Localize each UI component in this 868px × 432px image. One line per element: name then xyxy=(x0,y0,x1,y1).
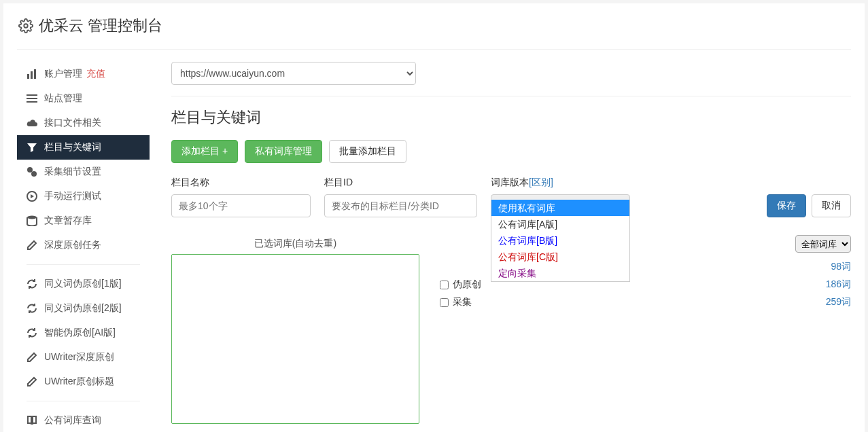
site-select[interactable]: https://www.ucaiyun.com xyxy=(171,62,416,85)
private-lib-button[interactable]: 私有词库管理 xyxy=(245,140,322,163)
header-divider xyxy=(17,49,851,50)
gear-icon xyxy=(18,18,33,33)
nav-account[interactable]: 账户管理 充值 xyxy=(17,62,150,86)
difference-link[interactable]: [区别] xyxy=(529,177,553,187)
col-id-label: 栏目ID xyxy=(324,177,477,189)
lib-version-dropdown: 使用私有词库 公有词库[A版] 公有词库[B版] 公有词库[C版] 定向采集 xyxy=(491,200,630,282)
svg-point-10 xyxy=(27,216,37,219)
sidebar: 账户管理 充值 站点管理 接口文件相关 栏目与关键词 采集细节设置 手动运 xyxy=(17,62,150,432)
wordlib-name: 采集 xyxy=(453,296,472,308)
nav-label: 接口文件相关 xyxy=(44,117,101,129)
save-button[interactable]: 保存 xyxy=(767,194,806,217)
nav-label: 站点管理 xyxy=(44,92,82,105)
nav-label: UWriter原创标题 xyxy=(44,376,114,388)
col-name-label: 栏目名称 xyxy=(171,177,311,189)
dropdown-option[interactable]: 公有词库[A版] xyxy=(491,216,629,232)
wordlib-checkbox[interactable] xyxy=(440,298,449,307)
svg-rect-2 xyxy=(31,71,33,79)
nav-columns-keywords[interactable]: 栏目与关键词 xyxy=(17,135,150,160)
action-bar: 添加栏目 + 私有词库管理 批量添加栏目 xyxy=(171,140,851,163)
col-id-input[interactable] xyxy=(324,194,477,217)
nav-uwriter-deep[interactable]: UWriter深度原创 xyxy=(17,345,150,370)
wordlib-checkbox[interactable] xyxy=(440,281,449,289)
dropdown-option[interactable]: 使用私有词库 xyxy=(491,200,629,216)
nav-synonym-v2[interactable]: 同义词伪原创[2版] xyxy=(17,296,150,321)
page-header: 优采云 管理控制台 xyxy=(3,3,865,49)
svg-rect-6 xyxy=(27,101,37,103)
page-title: 优采云 管理控制台 xyxy=(39,16,162,36)
cancel-button[interactable]: 取消 xyxy=(812,194,851,217)
edit-icon xyxy=(27,352,37,363)
bar-chart-icon xyxy=(27,69,37,79)
filter-select[interactable]: 全部词库 xyxy=(795,235,851,253)
filter-icon xyxy=(27,142,37,153)
nav-label: 深度原创任务 xyxy=(44,239,101,251)
nav-separator xyxy=(27,401,140,401)
wordlib-row: 采集 259词 xyxy=(440,293,851,311)
nav-api-files[interactable]: 接口文件相关 xyxy=(17,111,150,135)
svg-rect-5 xyxy=(27,98,37,99)
svg-point-7 xyxy=(27,167,33,173)
nav-public-wordlib[interactable]: 公有词库查询 xyxy=(17,408,150,432)
nav-sites[interactable]: 站点管理 xyxy=(17,86,150,111)
list-icon xyxy=(27,93,37,104)
selected-lib-caption: 已选词库(自动去重) xyxy=(171,238,419,250)
dropdown-option[interactable]: 公有词库[C版] xyxy=(491,249,629,265)
nav-label: UWriter深度原创 xyxy=(44,351,114,363)
nav-collect-detail[interactable]: 采集细节设置 xyxy=(17,160,150,184)
divider xyxy=(171,96,851,96)
gears-icon xyxy=(27,166,37,177)
add-column-button[interactable]: 添加栏目 + xyxy=(171,140,238,163)
word-count: 259词 xyxy=(826,296,851,308)
dropdown-option[interactable]: 定向采集 xyxy=(491,265,629,281)
nav-uwriter-title[interactable]: UWriter原创标题 xyxy=(17,370,150,394)
dropdown-option[interactable]: 公有词库[B版] xyxy=(491,232,629,249)
word-count: 98词 xyxy=(831,261,851,273)
nav-label: 文章暂存库 xyxy=(44,215,92,227)
nav-label: 公有词库查询 xyxy=(44,414,101,427)
lib-version-label: 词库版本[区别] xyxy=(491,177,630,189)
nav-ai-rewrite[interactable]: 智能伪原创[AI版] xyxy=(17,321,150,345)
refresh-icon xyxy=(27,278,37,289)
database-icon xyxy=(27,215,37,226)
nav-article-stash[interactable]: 文章暂存库 xyxy=(17,209,150,233)
play-icon xyxy=(27,191,37,202)
selected-lib-box xyxy=(171,254,419,424)
cloud-icon xyxy=(27,118,37,128)
svg-point-8 xyxy=(31,171,37,177)
refresh-icon xyxy=(27,327,37,338)
wordlib-name: 伪原创 xyxy=(453,278,481,291)
col-name-input[interactable] xyxy=(171,194,311,217)
nav-label: 同义词伪原创[1版] xyxy=(44,278,122,290)
nav-label: 采集细节设置 xyxy=(44,166,101,178)
svg-rect-4 xyxy=(27,94,37,96)
refresh-icon xyxy=(27,303,37,314)
nav-separator xyxy=(27,264,140,265)
edit-icon xyxy=(27,240,37,251)
nav-label: 账户管理 xyxy=(44,68,82,80)
nav-label: 栏目与关键词 xyxy=(44,141,101,154)
batch-add-button[interactable]: 批量添加栏目 xyxy=(329,140,406,163)
word-count: 186词 xyxy=(826,278,851,291)
svg-point-0 xyxy=(24,24,28,28)
nav-deep-original[interactable]: 深度原创任务 xyxy=(17,233,150,257)
svg-rect-3 xyxy=(34,69,36,79)
nav-label: 智能伪原创[AI版] xyxy=(44,327,116,339)
nav-synonym-v1[interactable]: 同义词伪原创[1版] xyxy=(17,272,150,296)
nav-label: 同义词伪原创[2版] xyxy=(44,302,122,314)
section-title: 栏目与关键词 xyxy=(171,107,851,128)
nav-label: 手动运行测试 xyxy=(44,190,101,202)
svg-rect-1 xyxy=(27,74,29,79)
edit-icon xyxy=(27,376,37,387)
nav-manual-run[interactable]: 手动运行测试 xyxy=(17,184,150,209)
book-icon xyxy=(27,415,37,426)
main-content: https://www.ucaiyun.com 栏目与关键词 添加栏目 + 私有… xyxy=(150,62,851,432)
form-row: 栏目名称 栏目ID 词库版本[区别] 使用私有词库 使用私有词库 xyxy=(171,177,851,217)
nav-extra: 充值 xyxy=(86,68,105,80)
